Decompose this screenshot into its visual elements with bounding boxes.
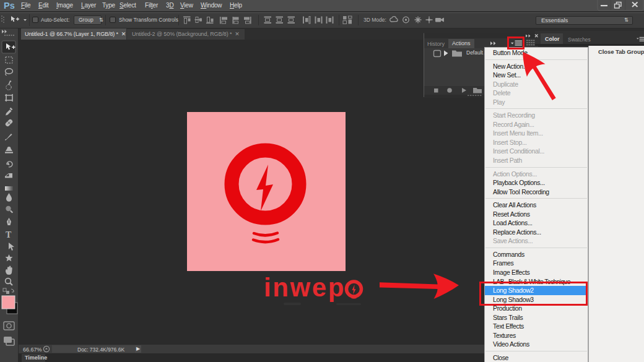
svg-text:T: T xyxy=(6,230,12,239)
